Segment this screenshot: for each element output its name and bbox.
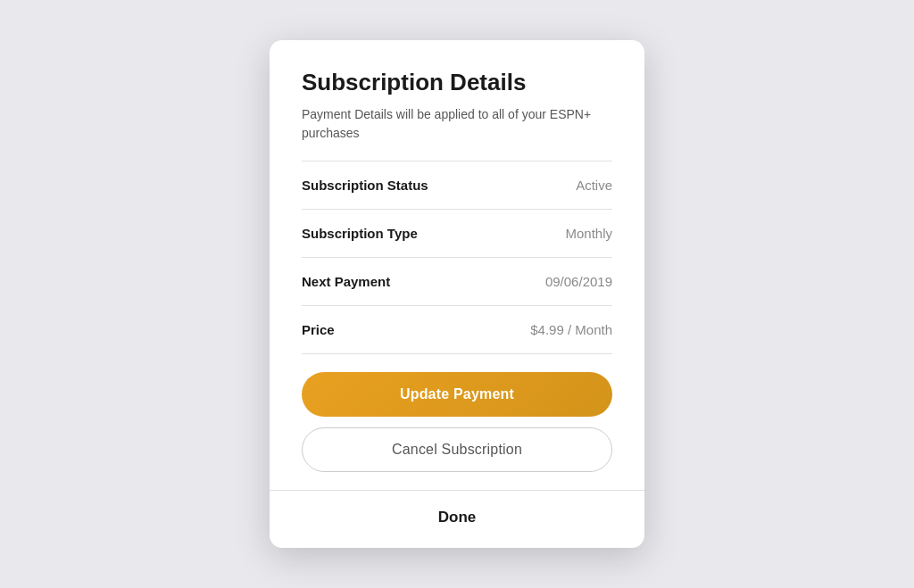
- subscription-status-value: Active: [576, 178, 612, 193]
- modal-subtitle: Payment Details will be applied to all o…: [302, 105, 612, 143]
- subscription-type-row: Subscription Type Monthly: [270, 210, 644, 257]
- subscription-modal: Subscription Details Payment Details wil…: [270, 40, 644, 548]
- next-payment-value: 09/06/2019: [545, 274, 612, 289]
- update-payment-button[interactable]: Update Payment: [302, 372, 612, 417]
- next-payment-row: Next Payment 09/06/2019: [270, 258, 644, 305]
- price-value: $4.99 / Month: [530, 322, 612, 337]
- subscription-status-row: Subscription Status Active: [270, 161, 644, 209]
- cancel-subscription-button[interactable]: Cancel Subscription: [302, 427, 612, 472]
- subscription-type-label: Subscription Type: [302, 226, 418, 241]
- price-label: Price: [302, 322, 335, 337]
- price-row: Price $4.99 / Month: [270, 306, 644, 353]
- modal-title: Subscription Details: [302, 69, 612, 96]
- subscription-type-value: Monthly: [565, 226, 612, 241]
- done-button[interactable]: Done: [438, 509, 477, 526]
- modal-header: Subscription Details Payment Details wil…: [270, 40, 644, 161]
- subscription-status-label: Subscription Status: [302, 178, 428, 193]
- next-payment-label: Next Payment: [302, 274, 390, 289]
- actions-section: Update Payment Cancel Subscription: [270, 354, 644, 472]
- modal-footer: Done: [270, 490, 644, 548]
